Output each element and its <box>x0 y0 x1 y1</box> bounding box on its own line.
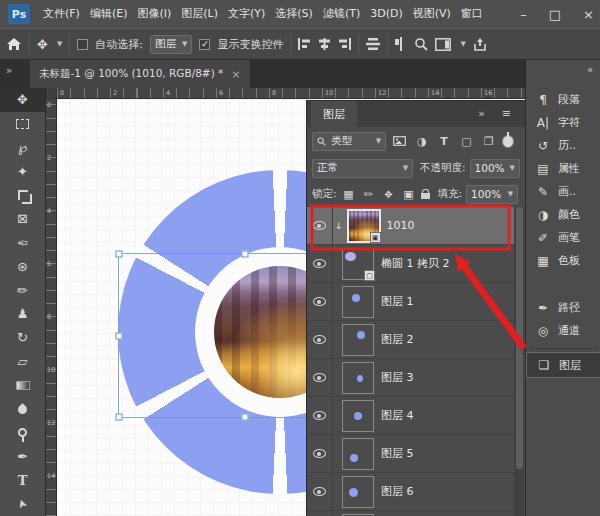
panel-tab-history[interactable]: ↺历.. <box>526 134 600 157</box>
brush-tool[interactable]: ✏ <box>0 278 45 302</box>
panel-tab-channels[interactable]: ◎通道 <box>526 319 600 342</box>
visibility-eye-icon[interactable] <box>313 411 326 420</box>
auto-select-target-dropdown[interactable]: 图层▼ <box>150 35 192 54</box>
visibility-eye-icon[interactable] <box>313 335 326 344</box>
filter-toggle[interactable] <box>502 135 514 148</box>
menu-view[interactable]: 视图(V) <box>408 0 456 28</box>
pen-tool[interactable]: ✒ <box>0 445 45 469</box>
visibility-eye-icon[interactable] <box>313 221 326 230</box>
lock-paint-icon[interactable]: ✏ <box>361 185 377 203</box>
layer-name[interactable]: 图层 6 <box>381 484 414 499</box>
layer-name[interactable]: 图层 3 <box>381 370 414 385</box>
layer-thumbnail[interactable] <box>343 287 373 317</box>
layer-name[interactable]: 图层 2 <box>381 332 414 347</box>
menu-filter[interactable]: 滤镜(T) <box>318 0 365 28</box>
layer-row-5[interactable]: 图层 5 <box>307 435 514 473</box>
dodge-tool[interactable] <box>0 421 45 445</box>
layer-thumbnail[interactable] <box>343 363 373 393</box>
search-icon[interactable] <box>414 37 428 51</box>
layer-row-1[interactable]: 图层 1 <box>307 283 514 321</box>
panel-menu-icon[interactable]: ≡ <box>502 107 511 120</box>
image-filter-icon[interactable] <box>390 132 408 150</box>
layer-name[interactable]: 1010 <box>387 219 415 232</box>
lock-artboard-icon[interactable]: ▣ <box>401 185 417 203</box>
gradient-tool[interactable] <box>0 373 45 397</box>
layer-name[interactable]: 图层 4 <box>381 408 414 423</box>
layer-thumbnail[interactable]: ▣ <box>349 211 379 241</box>
maximize-icon[interactable]: □ <box>549 7 561 22</box>
layer-row-6[interactable]: 图层 6 <box>307 473 514 511</box>
dock-collapse-icon[interactable]: « <box>587 64 592 75</box>
workspace-icon[interactable] <box>435 38 451 51</box>
layer-row-2[interactable]: 图层 2 <box>307 321 514 359</box>
layers-scrollbar[interactable] <box>514 207 524 516</box>
panel-tab-properties[interactable]: ▤属性 <box>526 157 600 180</box>
close-tab-icon[interactable]: × <box>231 68 240 81</box>
healing-brush-tool[interactable]: ⊛ <box>0 254 45 278</box>
visibility-eye-icon[interactable] <box>313 297 326 306</box>
visibility-eye-icon[interactable] <box>313 259 326 268</box>
chevron-down-icon[interactable]: ▼ <box>460 40 465 48</box>
panel-tab-character[interactable]: A|字符 <box>526 111 600 134</box>
layer-row-4[interactable]: 图层 4 <box>307 397 514 435</box>
align-center-icon[interactable] <box>318 38 331 50</box>
blend-mode-dropdown[interactable]: 正常▼ <box>312 159 413 178</box>
clone-stamp-tool[interactable]: ♟ <box>0 302 45 326</box>
transform-handle[interactable] <box>116 414 123 421</box>
layer-row-1010[interactable]: ↓ ▣ 1010 <box>307 207 514 245</box>
layer-row-3[interactable]: 图层 3 <box>307 359 514 397</box>
layer-thumbnail[interactable] <box>343 325 373 355</box>
layer-thumbnail[interactable] <box>343 477 373 507</box>
layer-name[interactable]: 图层 1 <box>381 294 414 309</box>
transform-handle[interactable] <box>116 332 123 339</box>
panel-tab-swatches[interactable]: ▦色板 <box>526 249 600 272</box>
panel-tab-paragraph[interactable]: ¶段落 <box>526 88 600 111</box>
panel-tab-layers[interactable]: ❏图层 <box>526 352 600 378</box>
chevron-down-icon[interactable]: ▼ <box>57 40 62 48</box>
close-icon[interactable]: × <box>583 7 594 22</box>
transform-handle[interactable] <box>242 251 249 258</box>
history-brush-tool[interactable]: ↻ <box>0 326 45 350</box>
transform-handle[interactable] <box>242 414 249 421</box>
panel-collapse-icon[interactable]: » <box>478 107 485 120</box>
lasso-tool[interactable]: ℘ <box>0 136 45 160</box>
layer-name[interactable]: 椭圆 1 拷贝 2 <box>381 256 450 271</box>
menu-file[interactable]: 文件(F) <box>38 0 85 28</box>
show-transform-checkbox[interactable]: ✓ <box>199 39 210 50</box>
move-tool[interactable]: ✥ <box>0 88 45 112</box>
shape-filter-icon[interactable]: ▢ <box>457 132 475 150</box>
layer-name[interactable]: 图层 5 <box>381 446 414 461</box>
visibility-eye-icon[interactable] <box>313 487 326 496</box>
marquee-tool[interactable] <box>0 112 45 136</box>
home-icon[interactable] <box>6 37 22 51</box>
minimize-icon[interactable]: – <box>520 7 527 22</box>
frame-tool[interactable]: ⊠ <box>0 207 45 231</box>
path-selection-tool[interactable]: ➤ <box>0 492 45 516</box>
auto-select-checkbox[interactable] <box>77 39 88 50</box>
panel-tab-color[interactable]: ◑颜色 <box>526 203 600 226</box>
blur-tool[interactable] <box>0 397 45 421</box>
smart-object-filter-icon[interactable]: ❐ <box>480 132 498 150</box>
adjustment-filter-icon[interactable]: ◑ <box>413 132 431 150</box>
lock-move-icon[interactable]: ✥ <box>381 185 397 203</box>
eraser-tool[interactable]: ▱ <box>0 350 45 374</box>
menu-layer[interactable]: 图层(L) <box>176 0 223 28</box>
menu-window[interactable]: 窗口 <box>456 0 488 28</box>
layer-row-ellipse-copy[interactable]: ▢ 椭圆 1 拷贝 2 <box>307 245 514 283</box>
transform-handle[interactable] <box>116 251 123 258</box>
lock-transparency-icon[interactable]: ▦ <box>341 185 357 203</box>
align-right-icon[interactable] <box>338 38 351 50</box>
eyedropper-tool[interactable]: ✑ <box>0 231 45 255</box>
share-icon[interactable] <box>473 37 487 52</box>
panel-tab-brush-settings[interactable]: ✎画.. <box>526 180 600 203</box>
menu-edit[interactable]: 编辑(E) <box>85 0 133 28</box>
crop-tool[interactable] <box>0 183 45 207</box>
distribute-icon[interactable] <box>366 38 380 50</box>
layer-thumbnail[interactable] <box>343 439 373 469</box>
type-tool[interactable]: T <box>0 469 45 493</box>
menu-type[interactable]: 文字(Y) <box>223 0 270 28</box>
snap-guides-icon[interactable] <box>395 37 407 51</box>
align-left-icon[interactable] <box>298 38 311 50</box>
scrollbar-thumb[interactable] <box>516 207 523 469</box>
layers-panel-tab[interactable]: 图层 <box>311 101 357 127</box>
